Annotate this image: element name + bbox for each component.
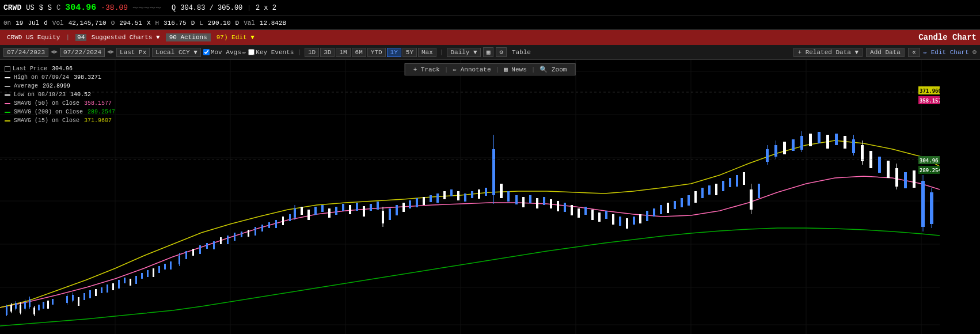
svg-rect-45	[118, 280, 120, 289]
svg-rect-112	[543, 197, 545, 205]
ctrl-date-from[interactable]: 07/24/2023	[3, 48, 48, 57]
svg-rect-68	[261, 225, 263, 231]
chart-tb-track[interactable]: + Track	[410, 66, 443, 74]
svg-rect-42	[101, 287, 102, 293]
nav-equity[interactable]: CRWD US Equity	[3, 33, 63, 41]
legend-color-ma200	[5, 112, 10, 113]
ticker-status: S	[48, 4, 52, 12]
svg-rect-80	[335, 207, 337, 215]
ctrl-period-ytd[interactable]: YTD	[367, 48, 386, 57]
ctrl-period-max[interactable]: Max	[418, 48, 436, 57]
nav-bar: CRWD US Equity | 94 Suggested Charts ▼ 9…	[0, 30, 980, 45]
legend-last-price: Last Price 304.96	[5, 64, 115, 73]
nav-suggested[interactable]: 94 Suggested Charts ▼	[72, 33, 164, 41]
info-o-value: 294.51	[119, 20, 142, 26]
svg-rect-135	[701, 188, 704, 198]
ctrl-local-ccy[interactable]: Local CCY ▼	[152, 48, 201, 57]
ctrl-add-data[interactable]: Add Data	[866, 48, 905, 57]
chart-tb-annotate[interactable]: ✏ Annotate	[449, 65, 494, 74]
svg-rect-136	[708, 185, 711, 195]
svg-rect-99	[457, 191, 459, 200]
svg-rect-150	[792, 139, 795, 151]
info-hd: D	[191, 20, 195, 26]
legend-color-low	[5, 94, 10, 96]
info-volume: 42,145,710	[69, 20, 107, 26]
ctrl-mov-avgs-checkbox[interactable]: Mov Avgs ✏	[203, 48, 246, 56]
ctrl-period-1y[interactable]: 1Y	[387, 48, 401, 57]
svg-rect-90	[396, 205, 398, 215]
svg-rect-31	[43, 302, 44, 309]
svg-rect-137	[715, 184, 717, 195]
ctrl-gear-icon[interactable]: ⚙	[973, 48, 977, 56]
svg-rect-94	[423, 197, 425, 205]
legend-smavg50: SMAVG (50) on Close 358.1577	[5, 99, 115, 108]
svg-rect-96	[436, 193, 439, 203]
legend-smavg15: SMAVG (15) on Close 371.9607	[5, 116, 115, 125]
info-vol-label: Vol	[52, 20, 64, 26]
svg-rect-40	[89, 290, 91, 298]
svg-rect-106	[500, 184, 503, 198]
svg-rect-149	[783, 142, 786, 154]
ticker-range-prefix: Q	[172, 4, 176, 12]
ctrl-period-1m[interactable]: 1M	[336, 48, 350, 57]
svg-rect-49	[141, 273, 143, 279]
ticker-sparkline: 〜〜〜〜〜	[132, 4, 167, 12]
ctrl-daily[interactable]: Daily ▼	[447, 48, 480, 57]
svg-rect-127	[646, 211, 648, 221]
ctrl-key-events-checkbox[interactable]: Key Events	[248, 49, 294, 56]
ctrl-edit-chart-arrows[interactable]: «	[908, 48, 920, 57]
svg-rect-75	[301, 207, 303, 215]
svg-rect-139	[729, 178, 731, 187]
ctrl-edit-chart[interactable]: ✏ Edit Chart	[924, 48, 969, 56]
chart-tb-zoom[interactable]: 🔍 Zoom	[536, 65, 570, 74]
ticker-bar: CRWD US $ S C 304.96 -38.09 〜〜〜〜〜 Q 304.…	[0, 0, 980, 16]
svg-rect-157	[844, 136, 846, 149]
svg-rect-61	[213, 241, 215, 249]
svg-rect-132	[681, 198, 683, 207]
svg-rect-81	[342, 204, 344, 211]
info-ld: D	[235, 20, 240, 26]
svg-rect-126	[639, 214, 641, 223]
ctrl-period-6m[interactable]: 6M	[352, 48, 366, 57]
chart-svg: 400 350 300 250 200 150 371.9607 358.157…	[0, 60, 940, 334]
svg-rect-64	[234, 233, 235, 241]
svg-rect-131	[674, 201, 676, 209]
svg-rect-100	[464, 193, 466, 202]
ctrl-period-5y[interactable]: 5Y	[402, 48, 417, 57]
svg-rect-58	[192, 249, 194, 256]
svg-rect-39	[83, 293, 85, 300]
ticker-currency: $	[39, 4, 43, 12]
svg-rect-86	[377, 202, 379, 210]
info-on-value: 19	[16, 20, 23, 26]
svg-rect-110	[529, 195, 531, 203]
svg-rect-57	[185, 251, 187, 259]
ticker-c-label: C	[56, 4, 60, 12]
ctrl-bar-icon[interactable]: ▦	[483, 47, 494, 57]
legend-color-avg	[5, 86, 10, 87]
chart-tb-news[interactable]: ▦ News	[500, 65, 530, 74]
svg-rect-52	[158, 266, 160, 273]
ctrl-period-1d[interactable]: 1D	[305, 48, 319, 57]
info-l-label: L	[199, 20, 203, 26]
ctrl-settings-icon[interactable]: ⚙	[496, 47, 507, 57]
ctrl-period-3d[interactable]: 3D	[320, 48, 335, 57]
legend-low: Low on 08/18/23 140.52	[5, 90, 115, 99]
svg-rect-70	[275, 220, 277, 228]
svg-rect-123	[619, 217, 621, 226]
svg-rect-141	[743, 172, 745, 185]
ctrl-table[interactable]: Table	[509, 48, 534, 56]
svg-rect-71	[282, 217, 284, 225]
svg-rect-72	[289, 214, 291, 221]
svg-rect-117	[578, 208, 580, 218]
svg-rect-0	[0, 60, 940, 334]
nav-actions[interactable]: 90 Actions	[166, 33, 211, 41]
svg-rect-144	[758, 184, 760, 198]
svg-rect-107	[507, 191, 510, 202]
nav-edit[interactable]: 97) Edit ▼	[213, 33, 258, 41]
ctrl-date-to[interactable]: 07/22/2024	[60, 48, 105, 57]
ctrl-periods: 1D3D1M6MYTD1Y5YMax	[305, 48, 436, 57]
ctrl-last-px[interactable]: Last Px	[116, 48, 150, 57]
ticker-market: US	[26, 4, 34, 12]
ctrl-right: + Related Data ▼ Add Data « ✏ Edit Chart…	[793, 48, 977, 57]
ctrl-related-data[interactable]: + Related Data ▼	[793, 48, 863, 57]
